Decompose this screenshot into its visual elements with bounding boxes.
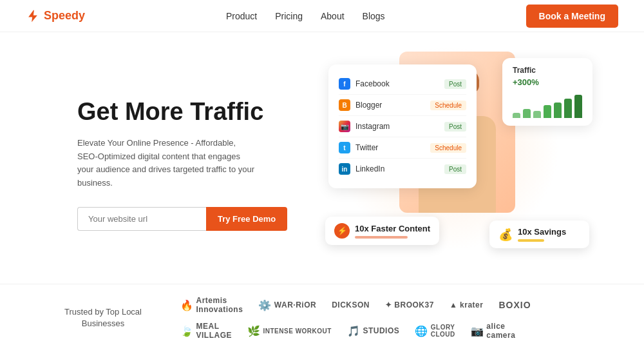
savings-progress-bar bbox=[518, 239, 544, 242]
logo-dickson: DICKSON bbox=[332, 300, 370, 309]
blogger-icon: B bbox=[339, 99, 350, 111]
instagram-icon: 📷 bbox=[339, 121, 350, 132]
social-row-linkedin: in LinkedIn Post bbox=[339, 159, 466, 179]
facebook-icon: f bbox=[339, 78, 350, 90]
social-row-facebook: f Facebook Post bbox=[339, 74, 466, 95]
nav-pricing[interactable]: Pricing bbox=[275, 11, 303, 21]
platform-name: Blogger bbox=[355, 101, 382, 110]
platform-name: Facebook bbox=[355, 79, 390, 88]
faster-content-badge: ⚡ 10x Faster Content bbox=[325, 217, 439, 245]
hero-input-row: Try Free Demo bbox=[77, 207, 316, 231]
schedule-badge: Schedule bbox=[430, 101, 466, 110]
logo-alicecamera: 📷 alicecamera bbox=[471, 322, 516, 340]
mealvillage-text: MEALVILLAGE bbox=[196, 322, 232, 340]
glorycloud-icon: 🌐 bbox=[415, 325, 428, 337]
navbar: Speedy Product Pricing About Blogs Book … bbox=[0, 0, 644, 32]
logo-glorycloud: 🌐 GLORYCLOUD bbox=[415, 324, 455, 338]
logo-krater: ▲ krater bbox=[450, 300, 484, 309]
bar-2 bbox=[523, 109, 531, 118]
logo-boxio: BOXIO bbox=[498, 300, 531, 310]
logo-mealvillage: 🍃 MEALVILLAGE bbox=[180, 322, 232, 340]
platform-name: Instagram bbox=[355, 122, 390, 131]
workout-icon: 🌿 bbox=[247, 325, 261, 337]
post-badge: Post bbox=[444, 122, 466, 132]
social-row-twitter: t Twitter Schedule bbox=[339, 137, 466, 159]
schedule-badge: Schedule bbox=[430, 143, 466, 153]
hero-title: Get More Traffic bbox=[77, 98, 316, 126]
artemis-text: ArtemisInnovations bbox=[196, 296, 243, 314]
warrior-icon: ⚙️ bbox=[258, 299, 272, 311]
book-meeting-button[interactable]: Book a Meeting bbox=[526, 5, 618, 28]
logos-grid: 🔥 ArtemisInnovations ⚙️ WAR·RiOR DICKSON… bbox=[180, 296, 592, 340]
traffic-percent: +300% bbox=[513, 77, 582, 87]
platform-name: Twitter bbox=[355, 143, 378, 152]
social-row-instagram: 📷 Instagram Post bbox=[339, 116, 466, 137]
glorycloud-text: GLORYCLOUD bbox=[431, 324, 455, 338]
nav-about[interactable]: About bbox=[321, 11, 345, 21]
savings-text: 10x Savings bbox=[518, 227, 566, 237]
logos-label: Trusted by Top Local Businesses bbox=[52, 306, 155, 329]
krater-text: ▲ krater bbox=[450, 300, 484, 309]
social-row-left: t Twitter bbox=[339, 142, 378, 153]
try-free-demo-button[interactable]: Try Free Demo bbox=[206, 207, 287, 231]
social-row-left: B Blogger bbox=[339, 99, 382, 111]
savings-icon: 💰 bbox=[498, 228, 513, 242]
faster-content: 10x Faster Content bbox=[355, 224, 430, 239]
logo[interactable]: Speedy bbox=[26, 9, 85, 23]
mealvillage-icon: 🍃 bbox=[180, 325, 194, 337]
savings-content: 10x Savings bbox=[518, 227, 566, 242]
dickson-text: DICKSON bbox=[332, 300, 370, 309]
workout-text: INTENSE WORKOUT bbox=[263, 328, 332, 335]
logo-brook37: ✦ BROOK37 bbox=[385, 300, 434, 309]
savings-badge: 💰 10x Savings bbox=[489, 221, 589, 248]
warrior-text: WAR·RiOR bbox=[274, 300, 316, 309]
traffic-bar-chart bbox=[513, 92, 582, 118]
hero-left: Get More Traffic Elevate Your Online Pre… bbox=[77, 98, 316, 231]
boxio-text: BOXIO bbox=[498, 300, 531, 310]
logos-section: Trusted by Top Local Businesses 🔥 Artemi… bbox=[0, 284, 644, 351]
brook37-text: ✦ BROOK37 bbox=[385, 300, 434, 309]
bar-7 bbox=[574, 95, 582, 118]
studios-text: STUDIOS bbox=[363, 326, 399, 335]
nav-blogs[interactable]: Blogs bbox=[363, 11, 385, 21]
logo-studios: 🎵 STUDIOS bbox=[347, 325, 399, 337]
bar-3 bbox=[533, 111, 541, 118]
logo-artemis: 🔥 ArtemisInnovations bbox=[180, 296, 243, 314]
logo-text: Speedy bbox=[44, 9, 85, 23]
social-row-left: in LinkedIn bbox=[339, 163, 384, 175]
post-badge: Post bbox=[444, 164, 466, 174]
faster-icon: ⚡ bbox=[334, 223, 350, 239]
alicecamera-text: alicecamera bbox=[486, 322, 515, 340]
logo-workout: 🌿 INTENSE WORKOUT bbox=[247, 325, 332, 337]
logo-warrior: ⚙️ WAR·RiOR bbox=[258, 299, 316, 311]
post-badge: Post bbox=[444, 79, 466, 89]
social-row-left: 📷 Instagram bbox=[339, 121, 390, 132]
linkedin-icon: in bbox=[339, 163, 350, 175]
twitter-icon: t bbox=[339, 142, 350, 153]
artemis-icon: 🔥 bbox=[180, 299, 194, 311]
hero-section: Get More Traffic Elevate Your Online Pre… bbox=[0, 32, 644, 284]
hero-subtitle: Elevate Your Online Presence - Affordabl… bbox=[77, 137, 258, 190]
nav-product[interactable]: Product bbox=[226, 11, 257, 21]
nav-links: Product Pricing About Blogs bbox=[226, 11, 385, 21]
studios-icon: 🎵 bbox=[347, 325, 361, 337]
traffic-title: Traffic bbox=[513, 66, 582, 75]
logo-icon bbox=[26, 9, 40, 23]
faster-text: 10x Faster Content bbox=[355, 224, 430, 233]
social-row-blogger: B Blogger Schedule bbox=[339, 95, 466, 116]
alicecamera-icon: 📷 bbox=[471, 325, 484, 337]
platform-name: LinkedIn bbox=[355, 164, 384, 173]
faster-progress-bar bbox=[355, 236, 408, 239]
social-row-left: f Facebook bbox=[339, 78, 390, 90]
traffic-card: Traffic +300% bbox=[502, 58, 592, 126]
social-scheduler-card: f Facebook Post B Blogger Schedule 📷 Ins… bbox=[328, 64, 477, 188]
bar-6 bbox=[564, 99, 572, 118]
bar-1 bbox=[513, 113, 520, 118]
hero-right: f Facebook Post B Blogger Schedule 📷 Ins… bbox=[316, 45, 592, 284]
website-url-input[interactable] bbox=[77, 207, 206, 231]
bar-4 bbox=[544, 105, 551, 118]
bar-5 bbox=[554, 103, 562, 118]
